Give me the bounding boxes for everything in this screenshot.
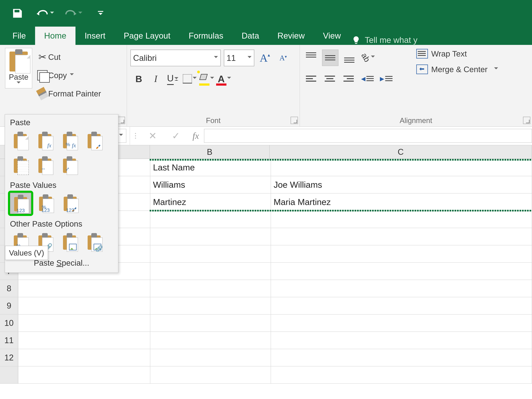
row-header-8[interactable]: 8 — [0, 280, 18, 297]
cell-a9[interactable] — [18, 297, 150, 314]
cancel-button[interactable]: ✕ — [141, 127, 164, 145]
row-header-9[interactable]: 9 — [0, 297, 18, 314]
align-bottom-button[interactable] — [342, 50, 357, 65]
paste-option-formulas-number-format[interactable]: %fx — [59, 130, 80, 151]
cell-b13[interactable] — [150, 367, 271, 383]
paste-caret-icon[interactable] — [17, 82, 21, 85]
fill-color-caret-icon[interactable] — [210, 77, 214, 81]
paste-option-keep-col-widths[interactable]: ↔ — [35, 155, 55, 175]
clipboard-dialog-launcher[interactable] — [118, 117, 125, 124]
merge-caret-icon[interactable] — [494, 67, 498, 71]
formula-bar-grip[interactable] — [133, 133, 138, 139]
cell-a10[interactable] — [18, 315, 150, 331]
increase-font-button[interactable]: A▴ — [257, 51, 272, 65]
redo-caret-icon[interactable] — [78, 12, 82, 16]
cell-b5[interactable] — [150, 228, 271, 245]
qat-undo-button[interactable] — [34, 5, 51, 22]
qat-redo-button[interactable] — [62, 5, 79, 22]
decrease-indent-button[interactable]: ◀ — [360, 71, 375, 86]
paste-option-values-source-format[interactable]: 123 — [60, 193, 81, 213]
fx-label[interactable]: fx — [192, 131, 199, 141]
paste-option-paste[interactable] — [10, 130, 31, 151]
copy-caret-icon[interactable] — [70, 73, 74, 77]
cell-a11[interactable] — [18, 332, 150, 349]
tab-formulas[interactable]: Formulas — [180, 27, 232, 45]
cell-b1[interactable]: Last Name — [150, 159, 271, 176]
cell-b12[interactable] — [150, 349, 271, 366]
cell-b10[interactable] — [150, 315, 271, 331]
cell-c7[interactable] — [271, 263, 532, 280]
tab-file[interactable]: File — [3, 27, 35, 45]
paste-option-no-borders[interactable] — [10, 155, 31, 175]
font-size-caret-icon[interactable] — [247, 56, 252, 60]
tab-review[interactable]: Review — [268, 27, 314, 45]
row-header-10[interactable]: 10 — [0, 315, 18, 331]
font-color-caret-icon[interactable] — [227, 77, 231, 81]
font-dialog-launcher[interactable] — [291, 117, 298, 124]
paste-option-formulas[interactable]: fx — [35, 130, 55, 151]
align-left-button[interactable] — [303, 71, 319, 86]
cut-button[interactable]: ✂ Cut — [37, 48, 101, 66]
cell-c4[interactable] — [271, 211, 532, 228]
paste-option-keep-source-formatting[interactable] — [84, 130, 104, 151]
cell-c12[interactable] — [271, 349, 532, 366]
align-middle-button[interactable] — [322, 50, 338, 66]
cell-b2[interactable]: Williams — [150, 176, 271, 193]
formula-input[interactable] — [204, 129, 532, 143]
borders-caret-icon[interactable] — [193, 77, 197, 81]
cell-c5[interactable] — [271, 228, 532, 245]
merge-center-button[interactable]: Merge & Center — [416, 64, 498, 74]
paste-option-transpose[interactable]: ⤢ — [59, 155, 80, 175]
name-box-caret-icon[interactable] — [119, 134, 123, 138]
qat-customize-button[interactable] — [92, 5, 109, 22]
undo-caret-icon[interactable] — [50, 12, 54, 16]
cell-c6[interactable] — [271, 245, 532, 262]
cell-b8[interactable] — [150, 280, 271, 297]
fill-color-button[interactable] — [199, 71, 214, 86]
cell-b4[interactable] — [150, 211, 271, 228]
cell-c3[interactable]: Maria Martinez — [271, 194, 532, 210]
cell-c1[interactable] — [271, 159, 532, 176]
paste-option-linked-picture[interactable]: 🔗 — [84, 231, 104, 252]
orientation-button[interactable]: ab — [360, 50, 376, 65]
align-top-button[interactable] — [303, 50, 319, 65]
borders-button[interactable] — [182, 71, 197, 86]
cell-b9[interactable] — [150, 297, 271, 314]
cell-c11[interactable] — [271, 332, 532, 349]
enter-button[interactable]: ✓ — [164, 127, 188, 145]
font-name-caret-icon[interactable] — [214, 56, 218, 60]
align-right-button[interactable] — [341, 71, 357, 86]
tab-insert[interactable]: Insert — [76, 27, 114, 45]
cell-c2[interactable]: Joe Williams — [271, 176, 532, 193]
tab-data[interactable]: Data — [232, 27, 268, 45]
font-name-combo[interactable]: Calibri — [130, 50, 221, 66]
align-center-button[interactable] — [322, 71, 338, 86]
row-header-13[interactable] — [0, 367, 18, 383]
qat-save-button[interactable] — [9, 5, 26, 22]
font-size-combo[interactable]: 11 — [224, 50, 254, 66]
format-painter-button[interactable]: Format Painter — [37, 84, 101, 103]
cell-c13[interactable] — [271, 367, 532, 383]
cell-a13[interactable] — [18, 367, 150, 383]
paste-option-picture[interactable] — [59, 231, 80, 252]
font-color-button[interactable]: A — [216, 71, 231, 86]
wrap-text-button[interactable]: Wrap Text — [416, 49, 498, 58]
tab-home[interactable]: Home — [35, 27, 76, 45]
decrease-font-button[interactable]: A▾ — [275, 51, 290, 65]
underline-button[interactable]: U — [165, 71, 180, 86]
cell-b6[interactable] — [150, 245, 271, 262]
cell-b3[interactable]: Martinez — [150, 194, 271, 210]
increase-indent-button[interactable]: ▶ — [378, 71, 394, 86]
cell-c8[interactable] — [271, 280, 532, 297]
tab-view[interactable]: View — [314, 27, 350, 45]
col-header-b[interactable]: B — [150, 145, 270, 158]
alignment-dialog-launcher[interactable] — [523, 117, 530, 124]
paste-option-values[interactable]: 123 — [10, 193, 31, 214]
tell-me[interactable]: Tell me what y — [352, 35, 418, 45]
tab-page-layout[interactable]: Page Layout — [114, 27, 180, 45]
paste-split-button[interactable]: Paste — [5, 48, 32, 89]
cell-c10[interactable] — [271, 315, 532, 331]
col-header-c[interactable]: C — [270, 145, 532, 158]
italic-button[interactable]: I — [148, 71, 163, 86]
cell-b7[interactable] — [150, 263, 271, 280]
